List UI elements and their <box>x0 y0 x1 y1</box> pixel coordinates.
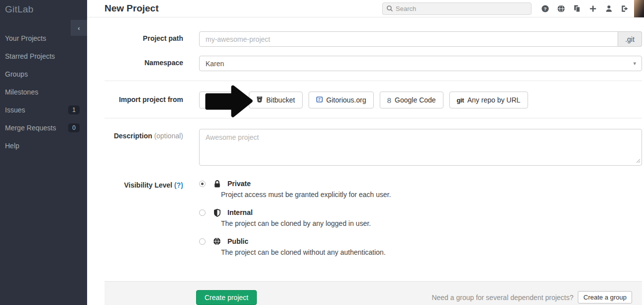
sidebar-item-label: Help <box>5 142 19 150</box>
sidebar-item-merge-requests[interactable]: Merge Requests 0 <box>0 119 87 137</box>
sidebar-item-label: Starred Projects <box>5 52 55 60</box>
sidebar-item-starred-projects[interactable]: Starred Projects <box>0 47 87 65</box>
visibility-option-private: Private Project access must be granted e… <box>199 178 642 199</box>
sidebar-item-issues[interactable]: Issues 1 <box>0 101 87 119</box>
import-button-bitbucket[interactable]: Bitbucket <box>249 92 303 108</box>
optional-hint: (optional) <box>154 132 183 140</box>
github-icon <box>207 96 214 104</box>
visibility-option-internal: Internal The project can be cloned by an… <box>199 207 642 227</box>
gitlab-logo: GitLab <box>0 0 87 15</box>
resize-grip-icon[interactable] <box>636 156 641 165</box>
sign-out-icon[interactable] <box>620 4 629 13</box>
google-code-icon: 8 <box>387 96 391 104</box>
merge-requests-count-badge: 0 <box>68 123 80 132</box>
gitorious-icon <box>316 96 323 104</box>
description-textarea[interactable] <box>199 129 642 166</box>
sidebar-collapse-button[interactable]: ‹ <box>71 20 87 36</box>
visibility-help-link[interactable]: (?) <box>174 181 183 189</box>
project-path-label: Project path <box>105 31 199 47</box>
namespace-label: Namespace <box>105 56 199 71</box>
bitbucket-icon <box>256 96 263 104</box>
copy-icon[interactable] <box>572 4 581 13</box>
shield-icon <box>213 208 221 217</box>
git-suffix-addon: .git <box>618 31 642 47</box>
import-button-github[interactable] <box>199 92 243 108</box>
search-input[interactable] <box>382 2 532 15</box>
import-button-gitorious[interactable]: Gitorious.org <box>309 92 374 108</box>
namespace-select[interactable]: Karen ▾ <box>199 56 642 71</box>
sidebar-item-label: Groups <box>5 70 28 78</box>
divider <box>105 81 642 81</box>
chevron-left-icon: ‹ <box>78 24 80 32</box>
sidebar-item-label: Milestones <box>5 88 38 96</box>
visibility-row: Visibility Level (?) Private Project acc… <box>105 178 642 265</box>
divider <box>105 118 642 118</box>
namespace-row: Namespace Karen ▾ <box>105 56 642 71</box>
plus-icon[interactable] <box>588 4 597 13</box>
import-button-any-repo[interactable]: git Any repo by URL <box>449 92 528 108</box>
sidebar-item-groups[interactable]: Groups <box>0 65 87 83</box>
git-icon: git <box>457 97 464 104</box>
import-project-row: Import project from Bitbucket <box>105 92 642 108</box>
create-group-button[interactable]: Create a group <box>578 291 632 304</box>
private-radio[interactable] <box>199 181 206 187</box>
description-row: Description (optional) <box>105 129 642 168</box>
sidebar-nav: Your Projects Starred Projects Groups Mi… <box>0 29 87 155</box>
header-icons: ? <box>540 4 629 13</box>
avatar[interactable] <box>634 0 644 17</box>
project-path-row: Project path .git <box>105 31 642 47</box>
globe-icon[interactable] <box>556 4 565 13</box>
sidebar-item-label: Merge Requests <box>5 124 56 132</box>
chevron-down-icon: ▾ <box>633 60 636 67</box>
sidebar-item-label: Issues <box>5 106 25 114</box>
search-box <box>382 2 532 15</box>
description-label: Description (optional) <box>105 129 199 168</box>
svg-text:?: ? <box>543 6 546 11</box>
public-radio[interactable] <box>199 238 206 245</box>
user-icon[interactable] <box>604 4 613 13</box>
visibility-option-public: Public The project can be cloned without… <box>199 236 642 256</box>
issues-count-badge: 1 <box>68 105 80 114</box>
main-area: New Project ? <box>87 0 644 305</box>
sidebar-item-label: Your Projects <box>5 34 46 42</box>
sidebar-item-help[interactable]: Help <box>0 137 87 155</box>
import-button-google-code[interactable]: 8 Google Code <box>380 92 443 108</box>
create-project-button[interactable]: Create project <box>196 290 257 305</box>
search-icon <box>386 5 393 14</box>
globe-icon <box>213 237 221 245</box>
lock-icon <box>213 180 221 188</box>
top-header: New Project ? <box>87 0 644 17</box>
form-actions-footer: Create project Need a group for several … <box>105 281 642 305</box>
sidebar: GitLab ‹ Your Projects Starred Projects … <box>0 0 87 305</box>
new-project-form: Project path .git Namespace Karen ▾ Impo… <box>105 31 642 265</box>
sidebar-item-milestones[interactable]: Milestones <box>0 83 87 101</box>
project-path-input[interactable] <box>199 31 618 47</box>
page-title: New Project <box>87 3 159 14</box>
group-hint-text: Need a group for several dependent proje… <box>431 294 573 302</box>
visibility-label: Visibility Level (?) <box>105 178 199 265</box>
internal-radio[interactable] <box>199 209 206 216</box>
help-icon[interactable]: ? <box>540 4 549 13</box>
import-project-label: Import project from <box>105 92 199 108</box>
namespace-selected-value: Karen <box>206 60 224 68</box>
